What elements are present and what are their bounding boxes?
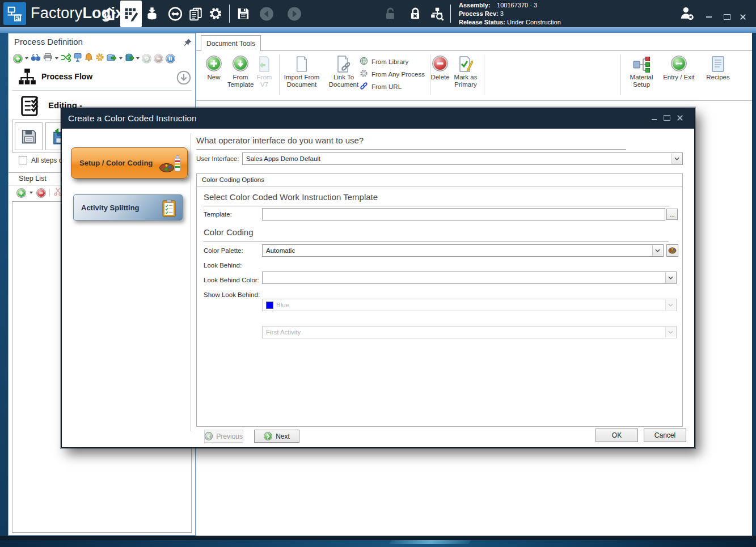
ok-button[interactable]: OK	[595, 429, 638, 442]
tab-setup-color-coding[interactable]: Setup / Color Coding	[71, 147, 188, 179]
tab-document-tools-label: Document Tools	[206, 40, 255, 48]
dialog-divider	[191, 133, 191, 431]
toolbar-separator	[450, 5, 451, 23]
close-button[interactable]	[739, 14, 747, 20]
mark-primary-icon	[458, 56, 473, 74]
next-button[interactable]: Next	[254, 430, 299, 443]
settings-gear-icon[interactable]	[208, 6, 223, 21]
new-document-button[interactable]: New	[201, 56, 226, 81]
import-data-icon[interactable]	[145, 6, 159, 21]
forward-icon[interactable]	[287, 6, 302, 21]
process-search-icon[interactable]	[430, 6, 445, 21]
add-step-dropdown-caret[interactable]	[29, 192, 33, 194]
window-accent-strip	[0, 27, 756, 33]
step-toolbar-separator	[49, 189, 50, 197]
factorylogix-logo-icon	[3, 2, 26, 25]
material-setup-button[interactable]: Material Setup	[626, 56, 657, 88]
mark-as-primary-label: Mark as Primary	[450, 74, 482, 88]
cancel-button[interactable]: Cancel	[644, 429, 686, 442]
previous-arrow-icon	[205, 432, 213, 440]
search-binoculars-icon[interactable]	[31, 53, 41, 64]
show-look-behind-label: Show Look Behind:	[204, 291, 260, 298]
documents-icon[interactable]	[188, 6, 203, 21]
mark-as-primary-button[interactable]: Mark as Primary	[450, 56, 482, 88]
back-icon[interactable]	[259, 6, 274, 21]
home-icon[interactable]	[102, 6, 117, 21]
process-definition-nav-active[interactable]	[120, 1, 142, 27]
browse-ellipsis: ...	[669, 211, 674, 218]
chevron-down-icon[interactable]	[671, 154, 682, 164]
ribbon-tab-row: Document Tools	[196, 33, 752, 51]
show-look-behind-value: First Activity	[266, 329, 301, 336]
look-behind-color-value: Blue	[276, 302, 289, 308]
process-flow-row[interactable]: Process Flow	[9, 67, 195, 90]
minimize-button[interactable]	[705, 14, 713, 20]
dialog-titlebar[interactable]: Create a Color Coded Instruction	[62, 108, 694, 129]
look-behind-select[interactable]	[262, 272, 677, 284]
delete-document-button[interactable]: Delete	[428, 56, 453, 81]
from-template-button[interactable]: From Template	[225, 56, 256, 88]
export-folder-icon[interactable]	[107, 53, 117, 64]
remove-step-icon[interactable]	[36, 188, 46, 198]
dialog-minimize-icon[interactable]	[652, 119, 657, 120]
link-to-document-button[interactable]: Link To Document	[326, 56, 361, 88]
export-dropdown-caret[interactable]	[119, 57, 123, 60]
all-steps-checkbox[interactable]	[19, 156, 27, 164]
tab-document-tools[interactable]: Document Tools	[201, 35, 261, 52]
chevron-down-icon[interactable]	[665, 273, 675, 283]
from-library-button[interactable]: From Library	[360, 57, 408, 66]
release-status-label: Release Status:	[459, 18, 505, 27]
link-to-document-label: Link To Document	[326, 74, 361, 88]
shuffle-icon[interactable]	[61, 53, 71, 64]
save-step-button[interactable]	[15, 122, 43, 150]
color-palette-select[interactable]: Automatic	[262, 244, 664, 257]
maximize-button[interactable]	[723, 14, 731, 20]
print-icon[interactable]	[43, 53, 53, 64]
release-status-value: Under Construction	[507, 19, 561, 26]
add-dropdown-caret[interactable]	[25, 57, 28, 60]
signboard-icon[interactable]	[73, 53, 82, 64]
org-chart-icon	[18, 67, 37, 89]
palette-spray-icon	[159, 154, 183, 176]
process-rev-value: 3	[500, 10, 504, 17]
ok-label: OK	[612, 431, 622, 439]
template-section-rule	[204, 206, 669, 206]
bucket-icon[interactable]	[125, 53, 134, 64]
color-palette-label: Color Palette:	[204, 247, 243, 254]
template-input[interactable]	[262, 208, 665, 221]
lock-x-icon[interactable]	[408, 6, 423, 21]
delete-label: Delete	[428, 74, 453, 81]
bucket-dropdown-caret[interactable]	[136, 57, 140, 60]
add-step-icon[interactable]	[16, 188, 26, 198]
template-browse-button[interactable]: ...	[666, 209, 678, 220]
pause-icon[interactable]	[166, 54, 175, 63]
palette-icon	[668, 247, 677, 254]
brand-factory: Factory	[31, 5, 82, 22]
sync-arrows-icon[interactable]	[168, 6, 183, 21]
recipes-button[interactable]: Recipes	[703, 56, 733, 81]
import-from-document-button[interactable]: Import From Document	[284, 56, 320, 88]
dialog-close-icon[interactable]	[677, 115, 683, 121]
unlock-icon[interactable]	[383, 6, 398, 21]
bell-icon[interactable]	[85, 53, 93, 64]
user-interface-select[interactable]: Sales Apps Demo Default	[242, 152, 683, 165]
add-icon[interactable]	[13, 54, 23, 63]
tab-activity-splitting[interactable]: Activity Splitting	[73, 194, 183, 221]
globe-icon	[360, 57, 368, 66]
from-any-process-button[interactable]: From Any Process	[360, 69, 425, 79]
chevron-down-icon[interactable]	[652, 245, 662, 256]
gear-gold-icon[interactable]	[95, 53, 104, 64]
process-gear-icon	[360, 69, 368, 79]
palette-picker-button[interactable]	[666, 244, 678, 257]
all-steps-row: All steps ca	[19, 156, 66, 164]
user-interface-label: User Interface:	[196, 155, 239, 162]
expand-down-icon[interactable]	[176, 70, 191, 87]
from-v7-icon	[257, 56, 271, 74]
print-dropdown-caret[interactable]	[55, 57, 58, 60]
pin-icon[interactable]	[183, 38, 192, 47]
logout-user-icon[interactable]	[679, 6, 694, 20]
entry-exit-button[interactable]: Entry / Exit	[661, 56, 696, 81]
save-icon[interactable]	[236, 6, 251, 21]
dialog-maximize-icon[interactable]	[664, 115, 670, 121]
from-url-button[interactable]: From URL	[360, 82, 402, 91]
